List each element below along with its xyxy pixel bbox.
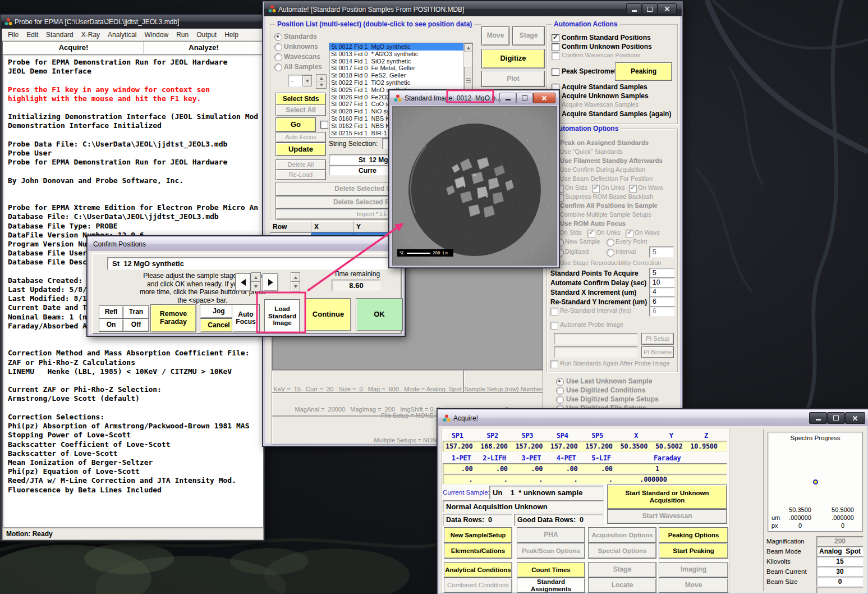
menu-help[interactable]: Help [224, 31, 238, 39]
restandard-interval-input[interactable]: 6 [649, 306, 675, 317]
stage-right-button[interactable] [263, 273, 278, 291]
acquire-titlebar[interactable]: Acquire! [438, 410, 868, 426]
imaging-button[interactable]: Imaging [659, 562, 728, 578]
menu-standard[interactable]: Standard [46, 31, 74, 39]
confirm-unknown-positions-checkbox[interactable] [552, 43, 559, 51]
select-all-button[interactable]: Select All [275, 104, 326, 116]
minimize-icon[interactable] [809, 412, 827, 424]
deflect-on-unks-checkbox[interactable] [592, 185, 600, 193]
tran-button[interactable]: Tran [123, 305, 149, 319]
pha-button[interactable]: PHA [517, 527, 585, 543]
list-item[interactable]: St 0013 Fid 0 * Al2O3 synthetic [329, 51, 472, 58]
radio-standards[interactable] [274, 33, 282, 41]
menu-file[interactable]: File [8, 31, 19, 39]
light-on-button[interactable]: On [99, 318, 123, 332]
reload-button[interactable]: Re-Load [275, 170, 326, 180]
peak-scan-options-button[interactable]: Peak/Scan Options [517, 543, 585, 559]
maximize-icon[interactable] [642, 3, 658, 15]
plot-button[interactable]: Plot [481, 71, 545, 87]
standard-assignments-button[interactable]: Standard Assignments [517, 578, 585, 593]
peaking-button[interactable]: Peaking [615, 62, 672, 81]
combined-conditions-button[interactable]: Combined Conditions [444, 578, 512, 593]
every-point-radio[interactable] [607, 239, 614, 246]
automate-titlebar[interactable]: Automate! [Standard Position Samples Fro… [264, 2, 682, 16]
close-icon[interactable] [845, 412, 865, 424]
list-item[interactable]: St 0014 Fid 1 SiO2 synthetic [329, 58, 472, 65]
move-button[interactable]: Move [659, 578, 728, 593]
stage-down-icon[interactable] [251, 281, 261, 291]
menu-run[interactable]: Run [176, 31, 189, 39]
stage-left-button[interactable] [235, 273, 251, 291]
elements-cations-button[interactable]: Elements/Cations [444, 543, 512, 559]
stage-button[interactable]: Stage [512, 26, 545, 45]
deflect-on-wavs-checkbox[interactable] [629, 185, 637, 193]
acquisition-options-button[interactable]: Acquisition Options [588, 527, 656, 543]
digitize-button[interactable]: Digitize [481, 49, 545, 68]
maximize-icon[interactable] [516, 93, 533, 103]
confirm-wavescan-positions-checkbox[interactable] [552, 52, 559, 60]
interval-radio[interactable] [607, 249, 614, 257]
use-last-unknown-radio[interactable] [556, 378, 564, 386]
menu-window[interactable]: Window [144, 31, 168, 39]
auto-focus-button[interactable]: Auto Focus [275, 132, 326, 143]
confirm-titlebar[interactable]: Confirm Positions [88, 237, 404, 251]
acquire-toolbar-button[interactable]: Acquire! [2, 41, 145, 55]
select-stds-button[interactable]: Select Stds [275, 93, 326, 106]
auto-focus-button[interactable]: Auto Focus [232, 304, 260, 332]
go-option-checkbox[interactable] [320, 121, 328, 129]
ok-button[interactable]: OK [356, 298, 403, 331]
pi-browse-field[interactable] [554, 346, 638, 358]
start-acquisition-button[interactable]: Start Standard or Unknown Acquisition [607, 485, 727, 509]
analytical-conditions-button[interactable]: Analytical Conditions [444, 562, 512, 578]
radio-all-samples[interactable] [274, 63, 282, 71]
list-item[interactable]: St 0018 Fid 0 FeS2, Geller [329, 72, 472, 79]
pi-browse-button[interactable]: PI Browse [641, 346, 674, 358]
pi-setup-button[interactable]: PI Setup [641, 333, 674, 345]
menu-analytical[interactable]: Analytical [108, 31, 136, 39]
menu-xray[interactable]: X-Ray [81, 31, 100, 39]
remove-faraday-button[interactable]: Remove Faraday [150, 304, 196, 332]
probe-titlebar[interactable]: Probe for EPMA [C:\UserData\JEOL\jjdtst_… [1, 15, 264, 29]
minimize-icon[interactable] [499, 93, 516, 103]
sample-number-dropdown[interactable]: - [288, 75, 313, 87]
analyze-toolbar-button[interactable]: Analyze! [144, 41, 264, 55]
run-standards-again-checkbox[interactable] [550, 360, 558, 368]
go-button[interactable]: Go [275, 117, 316, 132]
chevron-down-icon[interactable] [302, 75, 312, 86]
count-times-button[interactable]: Count Times [517, 562, 585, 578]
menu-edit[interactable]: Edit [26, 31, 38, 39]
maximize-icon[interactable] [827, 412, 845, 424]
spinner-down-icon[interactable] [316, 81, 327, 89]
refl-button[interactable]: Refl [99, 305, 123, 319]
use-digitized-sample-setups-radio[interactable] [556, 396, 564, 404]
stage-button[interactable]: Stage [588, 562, 656, 578]
close-icon[interactable] [533, 93, 555, 103]
list-item[interactable]: St 0022 Fid 1 TiO2 synthetic [329, 79, 472, 86]
focus-on-wavs-checkbox[interactable] [626, 230, 633, 237]
radio-unknowns[interactable] [274, 43, 282, 51]
special-options-button[interactable]: Special Options [588, 543, 656, 559]
start-peaking-button[interactable]: Start Peaking [659, 543, 728, 559]
confirm-standard-positions-checkbox[interactable] [552, 34, 559, 42]
radio-wavescans[interactable] [274, 53, 282, 61]
move-button[interactable]: Move [481, 26, 509, 45]
list-item[interactable]: St 0012 Fid 1 MgO synthetic [329, 43, 472, 51]
use-digitized-conditions-radio[interactable] [556, 387, 564, 395]
peaking-options-button[interactable]: Peaking Options [659, 527, 728, 543]
light-off-button[interactable]: Off [123, 318, 149, 332]
restandard-interval-checkbox[interactable] [550, 308, 558, 316]
standard-image-view[interactable]: SL 200 Ln [392, 106, 557, 266]
start-wavescan-button[interactable]: Start Wavescan [607, 509, 727, 524]
focus-on-unks-checkbox[interactable] [587, 230, 595, 237]
new-sample-setup-button[interactable]: New Sample/Setup [444, 527, 512, 543]
delete-all-button[interactable]: Delete All [275, 159, 326, 170]
automate-probe-image-checkbox[interactable] [550, 322, 558, 330]
minimize-icon[interactable] [626, 3, 642, 15]
scroll-up-icon[interactable] [464, 43, 473, 52]
list-item[interactable]: St 0017 Fid 0 Fe Metal, Geller [329, 65, 472, 72]
pi-setup-field[interactable] [554, 333, 638, 345]
menu-output[interactable]: Output [196, 31, 217, 39]
locate-button[interactable]: Locate [588, 578, 656, 593]
z-down-icon[interactable] [291, 281, 300, 291]
load-standard-image-button[interactable]: Load Standard Image [264, 299, 300, 333]
